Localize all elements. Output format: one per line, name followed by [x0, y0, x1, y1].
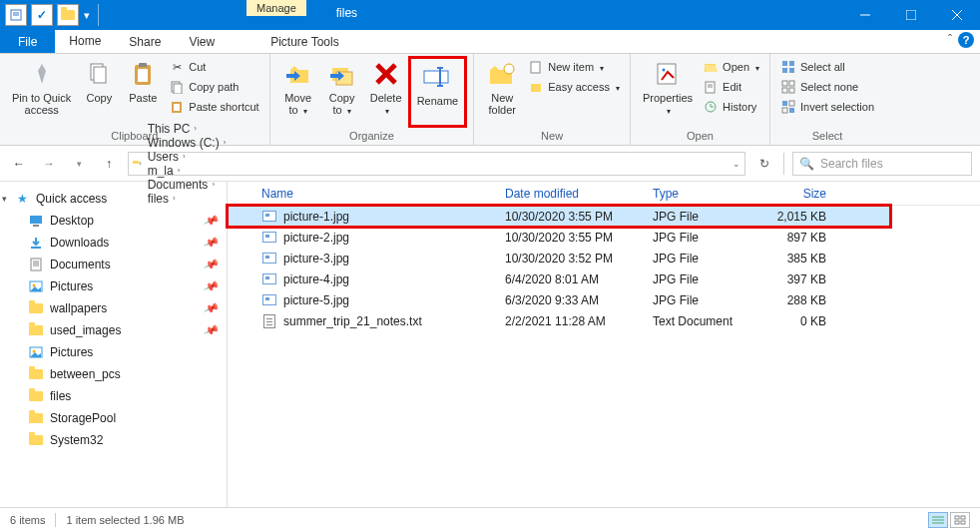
sidebar-item[interactable]: used_images📌	[0, 319, 227, 341]
sidebar-item[interactable]: Downloads📌	[0, 232, 227, 254]
pin-to-quick-access-button[interactable]: Pin to Quick access	[6, 56, 77, 128]
svg-rect-10	[138, 69, 148, 82]
rename-icon	[421, 61, 453, 93]
svg-point-26	[504, 64, 514, 74]
file-row[interactable]: picture-1.jpg10/30/2020 3:55 PMJPG File2…	[228, 206, 890, 227]
qat-overflow-icon[interactable]: ▾	[84, 9, 90, 22]
paste-button[interactable]: Paste	[121, 56, 165, 128]
sidebar-item[interactable]: Desktop📌	[0, 210, 227, 232]
qat-undo-icon[interactable]	[57, 4, 79, 26]
file-row[interactable]: picture-3.jpg10/30/2020 3:52 PMJPG File3…	[228, 248, 980, 268]
view-details-button[interactable]	[928, 512, 948, 528]
breadcrumb-segment[interactable]: m_la›	[146, 164, 229, 178]
tab-share[interactable]: Share	[115, 30, 175, 53]
breadcrumb-segment[interactable]: Users›	[146, 150, 229, 164]
view-thumbnails-button[interactable]	[950, 512, 970, 528]
edit-button[interactable]: Edit	[699, 78, 763, 96]
invert-selection-button[interactable]: Invert selection	[776, 98, 878, 116]
svg-rect-28	[531, 84, 541, 92]
svg-rect-67	[961, 521, 965, 524]
forward-button[interactable]: →	[38, 153, 60, 175]
column-size[interactable]: Size	[760, 187, 834, 201]
sidebar-item-icon	[28, 410, 44, 426]
sidebar-quick-access[interactable]: ▾ ★ Quick access	[0, 188, 227, 210]
select-none-icon	[780, 79, 796, 95]
svg-rect-66	[955, 521, 959, 524]
svg-rect-45	[789, 88, 794, 93]
sidebar-item[interactable]: System32	[0, 429, 227, 451]
move-to-button[interactable]: Move to	[276, 56, 320, 128]
cut-button[interactable]: ✂Cut	[165, 58, 262, 76]
history-icon	[703, 99, 719, 115]
pin-icon: 📌	[203, 212, 221, 229]
breadcrumb-segment[interactable]: Windows (C:)›	[146, 136, 229, 150]
svg-rect-39	[789, 61, 794, 66]
sidebar-item[interactable]: Pictures	[0, 341, 227, 363]
column-date[interactable]: Date modified	[497, 187, 645, 201]
open-button[interactable]: Open	[699, 58, 763, 76]
tab-home[interactable]: Home	[55, 30, 115, 53]
copy-to-button[interactable]: Copy to	[320, 56, 364, 128]
new-item-button[interactable]: New item	[524, 58, 624, 76]
address-bar[interactable]: › This PC›Windows (C:)›Users›m_la›Docume…	[128, 152, 745, 176]
copy-icon	[83, 58, 115, 90]
column-name[interactable]: Name	[253, 187, 497, 201]
edit-icon	[703, 79, 719, 95]
rename-button[interactable]: Rename	[408, 56, 468, 128]
pin-icon: 📌	[203, 277, 221, 294]
sidebar-item[interactable]: Pictures📌	[0, 275, 227, 297]
close-button[interactable]	[934, 0, 980, 30]
select-all-button[interactable]: Select all	[776, 58, 878, 76]
tab-picture-tools[interactable]: Picture Tools	[256, 30, 352, 53]
copy-path-button[interactable]: Copy path	[165, 78, 262, 96]
sidebar-item[interactable]: Documents📌	[0, 254, 227, 275]
svg-point-58	[33, 284, 36, 287]
file-icon	[261, 251, 277, 266]
invert-selection-icon	[780, 99, 796, 115]
paste-shortcut-button[interactable]: Paste shortcut	[165, 98, 262, 116]
sidebar-item[interactable]: StoragePool	[0, 407, 227, 429]
navigation-pane: ▾ ★ Quick access Desktop📌Downloads📌Docum…	[0, 182, 228, 507]
sidebar-item-icon	[28, 366, 44, 382]
tab-file[interactable]: File	[0, 30, 55, 53]
cut-icon: ✂	[169, 59, 185, 75]
address-dropdown-icon[interactable]: ⌄	[733, 159, 740, 169]
sidebar-item[interactable]: between_pcs	[0, 363, 227, 385]
ribbon-group-label: Open	[637, 128, 763, 145]
search-box[interactable]: 🔍 Search files	[792, 152, 972, 176]
select-none-button[interactable]: Select none	[776, 78, 878, 96]
file-icon	[261, 313, 277, 329]
collapse-ribbon-icon[interactable]: ˆ	[948, 33, 952, 47]
column-type[interactable]: Type	[645, 187, 760, 201]
properties-button[interactable]: Properties	[637, 56, 699, 128]
status-item-count: 6 items	[10, 514, 45, 526]
refresh-button[interactable]: ↻	[753, 153, 775, 175]
new-folder-button[interactable]: New folder	[480, 56, 524, 128]
status-selection: 1 item selected 1.96 MB	[66, 514, 184, 526]
delete-button[interactable]: Delete	[364, 56, 408, 128]
file-row[interactable]: picture-4.jpg6/4/2020 8:01 AMJPG File397…	[228, 268, 980, 289]
sidebar-item[interactable]: files	[0, 385, 227, 407]
up-button[interactable]: ↑	[98, 153, 120, 175]
history-button[interactable]: History	[699, 98, 763, 116]
file-row[interactable]: picture-2.jpg10/30/2020 3:55 PMJPG File8…	[228, 227, 980, 248]
copy-button[interactable]: Copy	[77, 56, 121, 128]
maximize-button[interactable]	[888, 0, 934, 30]
easy-access-button[interactable]: Easy access	[524, 78, 624, 96]
svg-rect-8	[94, 67, 106, 83]
sidebar-item-icon	[28, 432, 44, 448]
file-row[interactable]: summer_trip_21_notes.txt2/2/2021 11:28 A…	[228, 310, 980, 331]
open-icon	[703, 59, 719, 75]
sidebar-item[interactable]: wallpapers📌	[0, 297, 227, 319]
qat-newfolder-icon[interactable]: ✓	[31, 4, 53, 26]
window-title: files	[336, 6, 357, 20]
tab-view[interactable]: View	[175, 30, 229, 53]
select-all-icon	[780, 59, 796, 75]
help-icon[interactable]: ?	[958, 32, 974, 48]
recent-locations-button[interactable]: ▾	[68, 153, 90, 175]
minimize-button[interactable]	[842, 0, 888, 30]
breadcrumb-segment[interactable]: This PC›	[146, 122, 229, 136]
file-row[interactable]: picture-5.jpg6/3/2020 9:33 AMJPG File288…	[228, 289, 980, 310]
back-button[interactable]: ←	[8, 153, 30, 175]
qat-properties-icon[interactable]	[5, 4, 27, 26]
